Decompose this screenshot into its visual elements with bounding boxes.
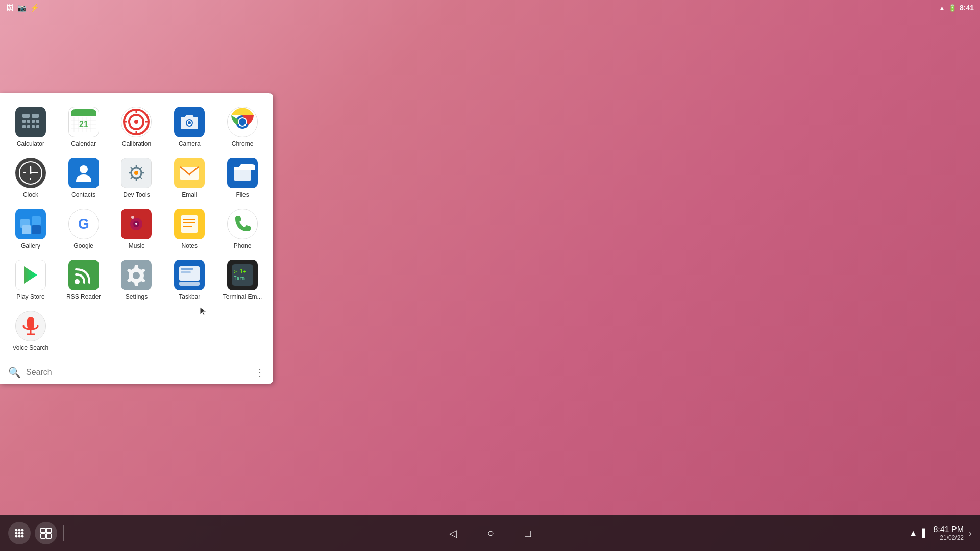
svg-point-52 xyxy=(134,171,138,175)
svg-text:21: 21 xyxy=(79,120,88,129)
taskbar-time-display: 8:41 PM xyxy=(933,525,964,534)
app-item-google[interactable]: G Google xyxy=(57,204,110,255)
taskbar-bottom: ◁ ○ □ ▲ ▌ 8:41 PM 21/02/22 › xyxy=(0,515,980,551)
search-icon: 🔍 xyxy=(8,366,21,379)
taskbar-left-section xyxy=(8,522,66,544)
svg-rect-5 xyxy=(32,120,35,123)
rssreader-label: RSS Reader xyxy=(66,293,101,300)
svg-rect-13 xyxy=(71,113,96,116)
app-drawer-button[interactable] xyxy=(8,522,31,544)
chrome-label: Chrome xyxy=(232,140,254,147)
app-item-settings[interactable]: Settings xyxy=(110,255,163,306)
gallery-label: Gallery xyxy=(21,242,40,249)
playstore-label: Play Store xyxy=(16,293,44,300)
svg-text:Term: Term xyxy=(234,276,245,281)
battery-status-icon: ▌ xyxy=(922,529,928,538)
app-item-contacts[interactable]: Contacts xyxy=(57,153,110,204)
search-bar: 🔍 ⋮ xyxy=(0,361,273,384)
wifi-status-icon: ▲ xyxy=(909,529,917,538)
clock-label: Clock xyxy=(23,191,38,198)
app-item-files[interactable]: Files xyxy=(216,153,269,204)
svg-text:G: G xyxy=(78,216,89,232)
svg-point-110 xyxy=(21,535,24,538)
back-button[interactable]: ◁ xyxy=(449,527,457,539)
terminal-label: Terminal Em... xyxy=(223,293,262,300)
svg-point-105 xyxy=(15,532,18,535)
svg-point-104 xyxy=(21,529,24,532)
app-item-music[interactable]: Music xyxy=(110,204,163,255)
svg-point-88 xyxy=(133,272,140,279)
svg-rect-113 xyxy=(41,534,45,538)
svg-point-107 xyxy=(21,532,24,535)
svg-rect-6 xyxy=(36,120,39,123)
menu-dots-icon[interactable]: ⋮ xyxy=(255,366,265,379)
svg-rect-4 xyxy=(27,120,30,123)
calibration-label: Calibration xyxy=(122,140,151,147)
svg-point-47 xyxy=(30,172,32,174)
svg-rect-8 xyxy=(27,125,30,128)
recents-button[interactable]: □ xyxy=(525,528,531,539)
home-button[interactable]: ○ xyxy=(487,527,494,540)
taskbar-date-display: 21/02/22 xyxy=(933,534,964,541)
search-input[interactable] xyxy=(26,368,250,377)
app-item-rssreader[interactable]: RSS Reader xyxy=(57,255,110,306)
svg-point-102 xyxy=(15,529,18,532)
system-status-icons: ▲ 🔋 8:41 xyxy=(939,4,974,12)
notes-icon xyxy=(174,209,205,239)
app-item-terminal[interactable]: > 1+ Term Terminal Em... xyxy=(216,255,269,306)
app-item-devtools[interactable]: Dev Tools xyxy=(110,153,163,204)
svg-point-49 xyxy=(80,165,88,173)
svg-rect-114 xyxy=(46,534,51,538)
app-item-chrome[interactable]: Chrome xyxy=(216,102,269,153)
devtools-label: Dev Tools xyxy=(123,191,150,198)
google-label: Google xyxy=(74,242,93,249)
app-item-gallery[interactable]: Gallery xyxy=(4,204,57,255)
svg-point-103 xyxy=(18,529,21,532)
chrome-icon xyxy=(227,107,258,137)
voicesearch-icon xyxy=(15,311,46,341)
svg-rect-99 xyxy=(27,317,34,329)
taskbar-nav-buttons: ◁ ○ □ xyxy=(449,527,531,540)
desktop: 🖼 📷 ⚡ ▲ 🔋 8:41 xyxy=(0,0,980,551)
calendar-label: Calendar xyxy=(71,140,96,147)
clock-display: 8:41 xyxy=(960,4,974,12)
usb-icon: ⚡ xyxy=(30,4,39,12)
svg-point-75 xyxy=(135,223,137,225)
svg-point-26 xyxy=(134,120,138,124)
app-item-email[interactable]: Email xyxy=(163,153,216,204)
app-item-voicesearch[interactable]: Voice Search xyxy=(4,306,57,357)
email-label: Email xyxy=(182,191,197,198)
app-item-calendar[interactable]: 21 Calendar xyxy=(57,102,110,153)
svg-rect-92 xyxy=(181,268,193,270)
svg-rect-85 xyxy=(71,262,96,288)
svg-rect-95 xyxy=(232,264,253,286)
svg-point-38 xyxy=(239,118,246,126)
grid-view-button[interactable] xyxy=(35,522,57,544)
app-item-notes[interactable]: Notes xyxy=(163,204,216,255)
music-label: Music xyxy=(129,242,144,249)
notification-icons: 🖼 📷 ⚡ xyxy=(6,4,39,12)
app-item-phone[interactable]: Phone xyxy=(216,204,269,255)
svg-rect-7 xyxy=(22,125,26,128)
app-item-taskbar[interactable]: Taskbar xyxy=(163,255,216,306)
taskbar-chevron-icon[interactable]: › xyxy=(969,528,972,539)
calculator-label: Calculator xyxy=(17,140,44,147)
app-item-calculator[interactable]: Calculator xyxy=(4,102,57,153)
app-item-camera[interactable]: Camera xyxy=(163,102,216,153)
voicesearch-label: Voice Search xyxy=(13,344,49,352)
svg-point-106 xyxy=(18,532,21,535)
taskbar-icon xyxy=(174,260,205,290)
camera-icon xyxy=(174,107,205,137)
app-item-playstore[interactable]: Play Store xyxy=(4,255,57,306)
rssreader-icon xyxy=(68,260,99,290)
svg-rect-9 xyxy=(32,125,35,128)
app-item-clock[interactable]: Clock xyxy=(4,153,57,204)
svg-rect-68 xyxy=(22,225,31,234)
settings-icon xyxy=(121,260,152,290)
status-bar-top: 🖼 📷 ⚡ ▲ 🔋 8:41 xyxy=(0,0,980,15)
svg-rect-69 xyxy=(32,225,41,234)
wifi-icon: ▲ xyxy=(939,4,945,12)
taskbar-right-section: ▲ ▌ 8:41 PM 21/02/22 › xyxy=(909,525,972,541)
app-item-calibration[interactable]: Calibration xyxy=(110,102,163,153)
contacts-label: Contacts xyxy=(71,191,95,198)
